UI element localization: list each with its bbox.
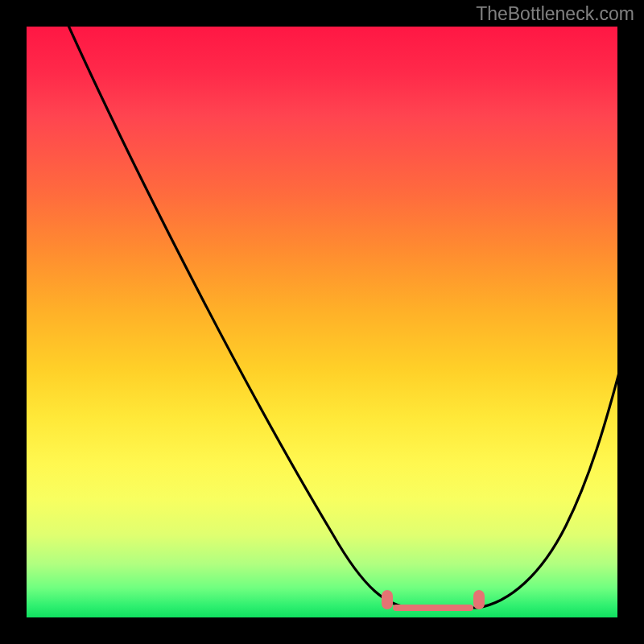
plot-area	[27, 27, 617, 617]
watermark-text: TheBottleneck.com	[476, 3, 634, 25]
highlight-marker-flat	[393, 605, 473, 611]
curve-svg	[27, 27, 617, 617]
highlight-marker-right	[473, 590, 485, 609]
highlight-marker-left	[382, 590, 393, 609]
bottleneck-curve	[65, 27, 617, 608]
